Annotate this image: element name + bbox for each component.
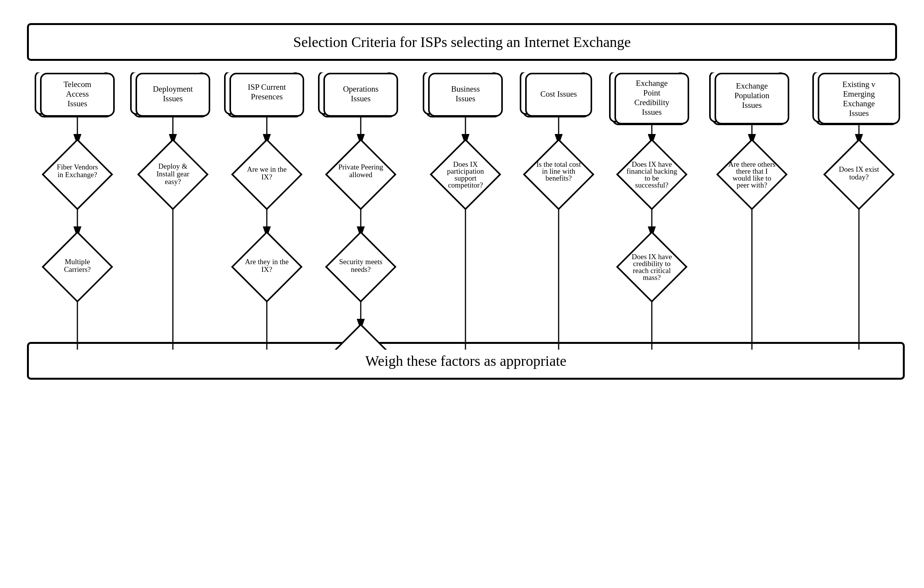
svg-text:ISP Current: ISP Current	[248, 82, 286, 92]
svg-text:Issues: Issues	[455, 94, 475, 103]
svg-text:Deploy &: Deploy &	[158, 162, 187, 170]
svg-text:Operations: Operations	[343, 84, 378, 94]
svg-text:Issues: Issues	[67, 99, 87, 108]
svg-text:Issues: Issues	[351, 94, 370, 103]
svg-text:competitor?: competitor?	[448, 181, 483, 189]
svg-text:Security meets: Security meets	[339, 258, 382, 266]
svg-text:Multiple: Multiple	[65, 258, 90, 266]
title-box: Selection Criteria for ISPs selecting an…	[27, 23, 897, 61]
svg-text:Issues: Issues	[163, 94, 182, 103]
svg-text:Cost Issues: Cost Issues	[540, 89, 577, 99]
svg-text:Population: Population	[734, 91, 770, 100]
diagram-wrapper: Selection Criteria for ISPs selecting an…	[19, 15, 905, 387]
svg-text:benefits?: benefits?	[546, 174, 572, 182]
svg-text:Exchange: Exchange	[636, 79, 668, 88]
svg-text:Does IX exist: Does IX exist	[839, 165, 879, 173]
bottom-bar-text: Weigh these factors as appropriate	[365, 353, 566, 369]
svg-text:IX?: IX?	[261, 265, 272, 273]
title-text: Selection Criteria for ISPs selecting an…	[293, 34, 631, 50]
svg-text:Presences: Presences	[251, 92, 283, 101]
svg-text:Issues: Issues	[742, 101, 762, 110]
svg-text:in Exchange?: in Exchange?	[58, 171, 97, 179]
svg-text:Are we in the: Are we in the	[247, 165, 287, 173]
svg-text:needs?: needs?	[351, 265, 371, 273]
svg-text:Point: Point	[643, 88, 661, 97]
svg-text:today?: today?	[849, 173, 869, 181]
svg-text:Exchange: Exchange	[736, 81, 768, 90]
svg-text:Install gear: Install gear	[157, 170, 190, 178]
svg-text:Existing v: Existing v	[842, 80, 875, 89]
svg-text:peer with?: peer with?	[737, 181, 767, 189]
svg-text:Deployment: Deployment	[153, 84, 193, 94]
svg-text:Private Peering: Private Peering	[338, 163, 383, 171]
svg-text:Access: Access	[66, 89, 89, 99]
flowchart-svg: Telecom Access Issues Deployment Issues …	[27, 72, 905, 350]
svg-text:Business: Business	[451, 84, 480, 94]
svg-text:Carriers?: Carriers?	[64, 265, 91, 273]
svg-text:Issues: Issues	[642, 107, 661, 117]
svg-text:allowed: allowed	[349, 171, 373, 179]
svg-text:Are they in the: Are they in the	[245, 258, 288, 266]
svg-text:Fiber Vendors: Fiber Vendors	[57, 163, 98, 171]
svg-text:easy?: easy?	[165, 178, 181, 186]
svg-text:Exchange: Exchange	[843, 99, 875, 108]
svg-text:mass?: mass?	[643, 273, 661, 281]
svg-text:Emerging: Emerging	[843, 89, 875, 99]
svg-text:IX?: IX?	[261, 173, 272, 181]
svg-text:successful?: successful?	[635, 181, 669, 189]
svg-text:Issues: Issues	[849, 109, 869, 118]
svg-text:Credibility: Credibility	[634, 98, 670, 107]
svg-text:Telecom: Telecom	[64, 80, 91, 89]
